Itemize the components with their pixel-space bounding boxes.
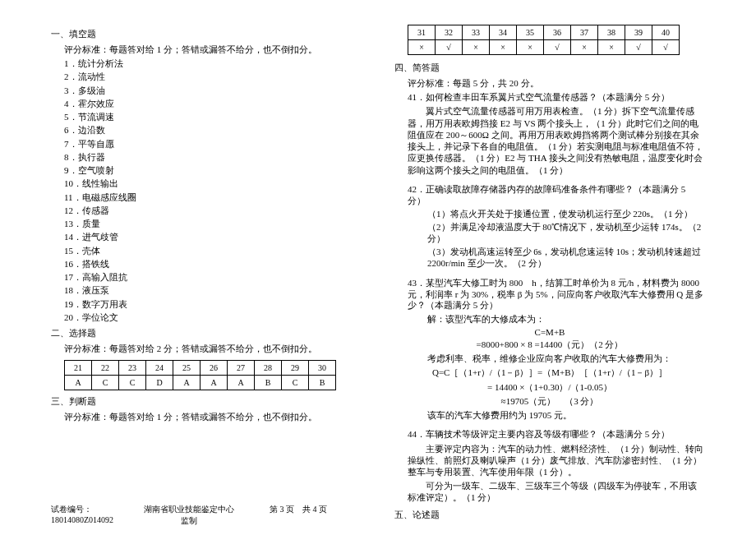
fill-20: 20．学位论文 [64, 312, 362, 324]
fill-9: 9．空气喷射 [64, 165, 362, 177]
ch-h-28: 28 [255, 360, 282, 375]
q43-l1: 解：该型汽车的大修成本为： [427, 314, 705, 325]
ch-a-30: B [309, 375, 336, 390]
left-column: 一、填空题 评分标准：每题答对给 1 分；答错或漏答不给分，也不倒扣分。 1．统… [0, 0, 378, 535]
jd-a-37: × [571, 40, 598, 55]
jd-a-34: × [490, 40, 517, 55]
jd-h-40: 40 [652, 25, 680, 40]
right-column: 31 32 33 34 35 36 37 38 39 40 × √ × × × … [378, 0, 756, 535]
q41-body: 翼片式空气流量传感器可用万用表检查。（1 分）拆下空气流量传感器，用万用表欧姆挡… [408, 105, 705, 176]
fill-15: 15．壳体 [64, 246, 362, 257]
judge-table: 31 32 33 34 35 36 37 38 39 40 × √ × × × … [408, 25, 680, 55]
section2-title: 二、选择题 [51, 327, 362, 339]
criteria1: 评分标准：每题答对给 1 分；答错或漏答不给分，也不倒扣分。 [64, 44, 362, 56]
jd-h-34: 34 [490, 25, 517, 40]
footer-pageno: 第 3 页 共 4 页 [235, 504, 327, 527]
jd-h-39: 39 [625, 25, 652, 40]
jd-a-33: × [463, 40, 490, 55]
ch-a-29: C [282, 375, 309, 390]
jd-a-35: × [517, 40, 544, 55]
ch-h-29: 29 [282, 360, 309, 375]
ch-a-23: C [119, 375, 146, 390]
ch-h-30: 30 [309, 360, 336, 375]
q42-2: （2）并满足冷却液温度大于 80℃情况下，发动机至少运转 174s。（2 分） [427, 222, 705, 245]
jd-h-31: 31 [408, 25, 436, 40]
section4-title: 四、简答题 [394, 62, 705, 74]
ch-a-27: A [228, 375, 255, 390]
ch-a-26: A [201, 375, 228, 390]
footer-paper-no: 试卷编号：18014080Z014092 [51, 504, 143, 527]
q42-3: （3）发动机高速运转至少 6s，发动机怠速运转 10s；发动机转速超过 2200… [427, 247, 705, 270]
ch-a-22: C [92, 375, 119, 390]
ch-h-25: 25 [173, 360, 201, 375]
jd-a-31: × [408, 40, 436, 55]
q43-m5: ≈19705（元） （3 分） [394, 395, 705, 408]
q44-title: 44．车辆技术等级评定主要内容及等级有哪些？（本题满分 5 分） [408, 429, 705, 440]
fill-18: 18．液压泵 [64, 285, 362, 297]
ch-a-24: D [146, 375, 173, 390]
fill-11: 11．电磁感应线圈 [64, 192, 362, 204]
jd-a-32: √ [436, 40, 463, 55]
fill-5: 5．节流调速 [64, 112, 362, 123]
q43-m4: = 14400 ×（1+0.30）/（1-0.05） [394, 381, 705, 394]
q42-1: （1）将点火开关处于接通位置，使发动机运行至少 220s。（1 分） [427, 209, 705, 220]
fill-13: 13．质量 [64, 219, 362, 230]
fill-10: 10．线性输出 [64, 178, 362, 190]
fill-16: 16．搭铁线 [64, 259, 362, 270]
jd-a-38: × [598, 40, 625, 55]
ch-a-25: A [173, 375, 201, 390]
jd-h-36: 36 [544, 25, 571, 40]
section5-title: 五、论述题 [394, 509, 705, 521]
criteria4: 评分标准：每题 5 分，共 20 分。 [408, 77, 705, 90]
jd-h-35: 35 [517, 25, 544, 40]
fill-8: 8．执行器 [64, 152, 362, 164]
ch-a-28: B [255, 375, 282, 390]
criteria2: 评分标准：每题答对给 2 分；答错或漏答不给分，也不倒扣分。 [64, 343, 362, 355]
fill-1: 1．统计分析法 [64, 58, 362, 70]
ch-h-27: 27 [228, 360, 255, 375]
q43-l2: 考虑利率、税率，维修企业应向客户收取的汽车大修费用为： [427, 353, 705, 365]
ch-h-22: 22 [92, 360, 119, 375]
section1-title: 一、填空题 [51, 28, 362, 40]
fill-2: 2．流动性 [64, 71, 362, 83]
ch-a-21: A [65, 375, 92, 390]
section3-title: 三、判断题 [51, 395, 362, 408]
q41-title: 41．如何检查丰田车系翼片式空气流量传感器？（本题满分 5 分） [408, 92, 705, 104]
fill-17: 17．高输入阻抗 [64, 272, 362, 284]
q43-l3: 该车的汽车大修费用约为 19705 元。 [427, 410, 705, 422]
q43-m1: C=M+B [394, 327, 705, 337]
q44-body1: 主要评定内容为：汽车的动力性、燃料经济性、（1 分）制动性、转向操纵性、前照灯及… [408, 443, 705, 478]
jd-a-39: √ [625, 40, 652, 55]
jd-h-38: 38 [598, 25, 625, 40]
ch-h-24: 24 [146, 360, 173, 375]
q43-m2: =8000+800 × 8 =14400（元）（2 分） [394, 339, 705, 351]
q42-title: 42．正确读取故障存储器内存的故障码准备条件有哪些？（本题满分 5 分） [408, 184, 705, 207]
choice-table: 21 22 23 24 25 26 27 28 29 30 A C C D A … [64, 360, 336, 390]
criteria3: 评分标准：每题答对给 1 分；答错或漏答不给分，也不倒扣分。 [64, 411, 362, 423]
jd-h-37: 37 [571, 25, 598, 40]
ch-h-26: 26 [201, 360, 228, 375]
ch-h-23: 23 [119, 360, 146, 375]
fill-12: 12．传感器 [64, 205, 362, 217]
q43-m3: Q=C［（1+r）/（1－β）］=（M+B）［（1+r）/（1－β）］ [394, 367, 705, 379]
fill-6: 6．边沿数 [64, 125, 362, 136]
jd-a-40: √ [652, 40, 680, 55]
fill-14: 14．进气歧管 [64, 232, 362, 243]
fill-19: 19．数字万用表 [64, 299, 362, 311]
q44-body2: 可分为一级车、二级车、三级车三个等级（四级车为停驶车，不用该标准评定）。（1 分… [408, 480, 705, 504]
jd-h-33: 33 [463, 25, 490, 40]
jd-h-32: 32 [436, 25, 463, 40]
ch-h-21: 21 [65, 360, 92, 375]
footer-center: 湖南省职业技能鉴定中心监制 [143, 504, 235, 527]
fill-3: 3．多级油 [64, 85, 362, 97]
fill-4: 4．霍尔效应 [64, 99, 362, 110]
footer-left-page: 试卷编号：18014080Z014092 湖南省职业技能鉴定中心监制 第 3 页… [0, 504, 378, 527]
q43-title: 43．某型汽车大修工时为 800 h，结算工时单价为 8 元/h，材料费为 80… [408, 278, 705, 311]
jd-a-36: √ [544, 40, 571, 55]
fill-7: 7．平等自愿 [64, 139, 362, 150]
